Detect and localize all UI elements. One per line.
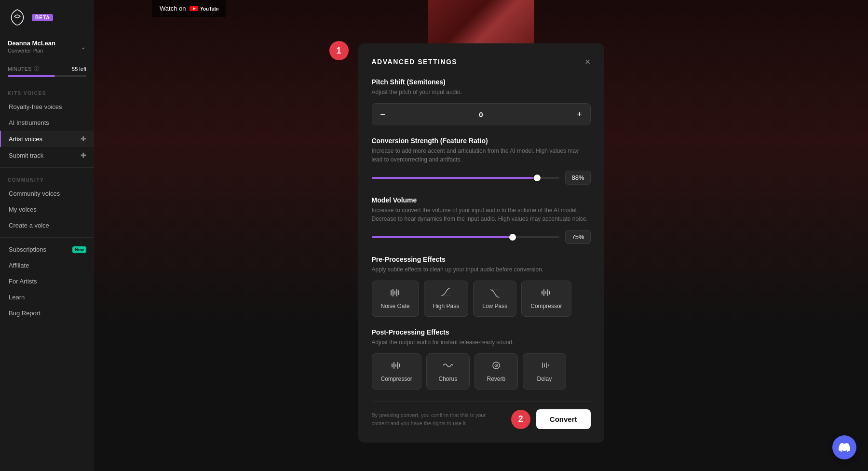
conversion-strength-fill [372,177,537,179]
main-content: Watch on YouTube 1 ADVANCED SETTINGS × [94,0,868,471]
svg-point-20 [496,365,497,366]
user-info: Deanna McLean Converter Plan [8,40,55,54]
conversion-strength-title: Conversion Strength (Feature Ratio) [372,137,591,145]
step-2-circle: 2 [511,410,530,429]
chorus-icon [442,361,454,373]
pre-processing-section: Pre-Processing Effects Apply subtle effe… [372,256,591,317]
svg-rect-5 [394,291,395,295]
user-name: Deanna McLean [8,40,55,47]
noise-gate-label: Noise Gate [381,303,410,310]
sidebar-item-submit-track[interactable]: Submit track ✚ [0,147,94,163]
svg-rect-11 [547,289,548,296]
minutes-section: MINUTES ⓘ 55 left [0,61,94,85]
modal-footer: By pressing convert, you confirm that th… [372,401,591,429]
svg-rect-4 [393,289,393,296]
delay-button[interactable]: Delay [523,353,566,390]
svg-rect-7 [398,290,399,295]
model-volume-slider-row: 75% [372,230,591,244]
footer-disclaimer: By pressing convert, you confirm that th… [372,411,497,427]
compressor-post-icon [391,361,402,373]
low-pass-label: Low Pass [482,303,507,310]
noise-gate-icon [390,288,401,300]
minutes-bar-fill [8,75,55,77]
high-pass-button[interactable]: High Pass [424,281,469,317]
post-processing-desc: Adjust the output audio for instant rele… [372,338,591,347]
sidebar-item-learn[interactable]: Learn [0,289,94,305]
chorus-button[interactable]: Chorus [426,353,470,390]
svg-rect-13 [392,363,393,367]
conversion-strength-track[interactable] [372,177,560,179]
model-volume-fill [372,236,513,238]
artist-voices-add-icon[interactable]: ✚ [81,135,86,143]
model-volume-title: Model Volume [372,196,591,204]
svg-rect-14 [393,362,394,369]
kits-voices-label: KITS VOICES [0,85,94,99]
modal-overlay: 1 ADVANCED SETTINGS × Pitch Shift (Semit… [94,0,868,471]
submit-track-icon[interactable]: ✚ [81,151,86,159]
sidebar-divider-2 [0,237,94,238]
compressor-post-button[interactable]: Compressor [372,353,421,390]
low-pass-button[interactable]: Low Pass [473,281,516,317]
pre-processing-buttons: Noise Gate High Pass [372,281,591,317]
minutes-label: MINUTES ⓘ 55 left [8,65,86,72]
sidebar-item-bug-report[interactable]: Bug Report [0,305,94,321]
discord-icon [839,442,850,453]
sidebar-item-artist-voices[interactable]: Artist voices ✚ [0,131,94,147]
pitch-shift-value: 0 [393,110,569,119]
model-volume-section: Model Volume Increase to convert the vol… [372,196,591,244]
pitch-minus-button[interactable]: − [372,104,393,125]
info-icon: ⓘ [34,65,39,72]
close-button[interactable]: × [585,57,591,67]
footer-right: 2 Convert [511,409,591,429]
compressor-pre-icon [541,288,552,300]
sidebar-item-for-artists[interactable]: For Artists [0,273,94,289]
background-area: Watch on YouTube 1 ADVANCED SETTINGS × [94,0,868,471]
svg-rect-8 [542,291,542,295]
low-pass-icon [489,288,501,300]
post-processing-section: Post-Processing Effects Adjust the outpu… [372,328,591,390]
user-section[interactable]: Deanna McLean Converter Plan ⌄ [0,35,94,61]
reverb-icon [490,361,502,373]
model-volume-track[interactable] [372,236,560,238]
sidebar-item-my-voices[interactable]: My voices [0,202,94,217]
sidebar-item-create-voice[interactable]: Create a voice [0,217,94,233]
svg-rect-3 [391,290,392,296]
sidebar-item-affiliate[interactable]: Affiliate [0,257,94,273]
modal-wrapper: 1 ADVANCED SETTINGS × Pitch Shift (Semit… [358,43,604,443]
user-menu-chevron[interactable]: ⌄ [81,43,86,51]
svg-rect-9 [543,289,544,296]
conversion-strength-thumb[interactable] [534,175,541,181]
discord-fab[interactable] [832,435,856,459]
conversion-strength-value: 88% [565,171,590,185]
pitch-plus-button[interactable]: + [569,104,590,125]
chorus-label: Chorus [439,376,458,382]
compressor-pre-button[interactable]: Compressor [521,281,571,317]
sidebar-item-ai-instruments[interactable]: AI Instruments [0,115,94,131]
conversion-strength-slider-row: 88% [372,171,591,185]
sidebar-item-royalty-free[interactable]: Royalty-free voices [0,99,94,115]
sidebar-item-subscriptions[interactable]: Subscriptions New [0,242,94,257]
logo-area: BETA [0,8,94,35]
delay-label: Delay [537,376,552,382]
reverb-label: Reverb [487,376,506,382]
svg-rect-15 [395,364,396,367]
model-volume-thumb[interactable] [509,234,516,241]
user-plan: Converter Plan [8,48,55,54]
conversion-strength-section: Conversion Strength (Feature Ratio) Incr… [372,137,591,185]
beta-badge: BETA [32,14,53,21]
pitch-shift-stepper: − 0 + [372,103,591,125]
svg-rect-12 [549,291,550,295]
minutes-bar-bg [8,75,86,77]
svg-rect-17 [399,363,400,367]
compressor-pre-label: Compressor [530,303,562,310]
pitch-shift-title: Pitch Shift (Semitones) [372,78,591,86]
convert-button[interactable]: Convert [536,409,591,429]
sidebar-divider-1 [0,167,94,168]
noise-gate-button[interactable]: Noise Gate [372,281,419,317]
sidebar-item-community-voices[interactable]: Community voices [0,186,94,202]
advanced-settings-modal: ADVANCED SETTINGS × Pitch Shift (Semiton… [358,43,604,443]
svg-rect-10 [545,291,546,294]
pre-processing-desc: Apply subtle effects to clean up your in… [372,265,591,274]
reverb-button[interactable]: Reverb [475,353,518,390]
minutes-left: 55 left [72,66,86,72]
